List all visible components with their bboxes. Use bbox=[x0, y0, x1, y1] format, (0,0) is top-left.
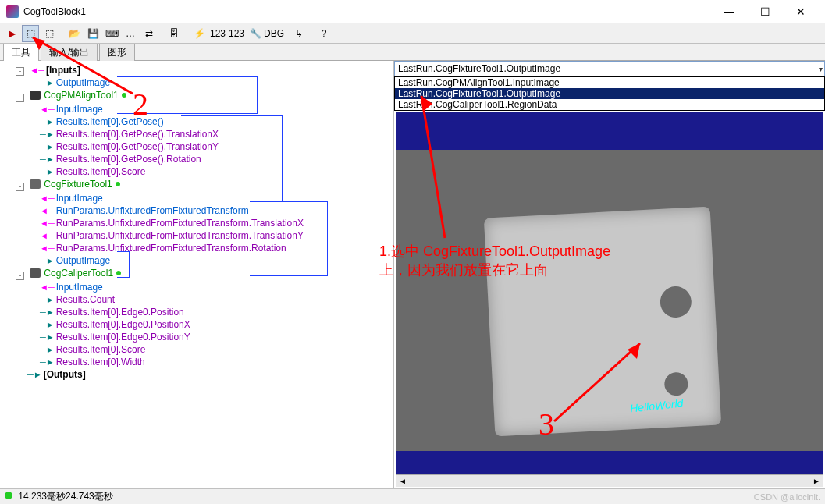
scroll-right-icon[interactable]: ► bbox=[813, 477, 820, 485]
toolbar-btn-6[interactable]: … bbox=[122, 25, 139, 42]
arrow-in-icon: ◄─ bbox=[40, 229, 55, 242]
arrow-out-icon: ─► bbox=[40, 76, 55, 89]
arrow-out-icon: ─► bbox=[40, 306, 55, 318]
tree-inputimage[interactable]: InputImage bbox=[56, 103, 103, 115]
arrow-out-icon: ─► bbox=[40, 153, 55, 165]
tree-resscore[interactable]: Results.Item[0].Score bbox=[56, 343, 146, 356]
combo-option-selected[interactable]: LastRun.CogFixtureTool1.OutputImage bbox=[395, 88, 824, 99]
image-preview-pane: LastRun.CogFixtureTool1.OutputImage ▾ La… bbox=[394, 61, 825, 488]
status-dot-icon bbox=[5, 492, 12, 499]
window-title: CogToolBlock1 bbox=[23, 6, 711, 17]
arrow-out-icon: ─► bbox=[40, 356, 55, 368]
arrow-in-icon: ◄─ bbox=[40, 204, 55, 217]
tree-runparams-tx[interactable]: RunParams.UnfixturedFromFixturedTransfor… bbox=[56, 217, 304, 229]
status-time: 14.233毫秒24.743毫秒 bbox=[18, 491, 112, 502]
tree-outputimage[interactable]: OutputImage bbox=[56, 76, 110, 89]
tree-reswidth[interactable]: Results.Item[0].Width bbox=[56, 356, 145, 368]
arrow-out-icon: ─► bbox=[40, 343, 55, 356]
tree-pmalign[interactable]: CogPMAlignTool1 bbox=[44, 89, 118, 101]
toolbar-btn-7[interactable]: ⇄ bbox=[140, 25, 158, 42]
tree-inputimage3[interactable]: InputImage bbox=[56, 281, 103, 293]
arrow-out-icon: ─► bbox=[40, 115, 55, 128]
tree-score[interactable]: Results.Item[0].Score bbox=[56, 165, 146, 178]
arrow-out-icon: ─► bbox=[40, 254, 55, 267]
window-titlebar: CogToolBlock1 — ☐ ✕ bbox=[0, 0, 825, 23]
tree-rescount[interactable]: Results.Count bbox=[56, 293, 115, 306]
pmalign-icon bbox=[30, 91, 41, 100]
tree-e0posy[interactable]: Results.Item[0].Edge0.PositionY bbox=[56, 331, 190, 343]
tree-e0posx[interactable]: Results.Item[0].Edge0.PositionX bbox=[56, 318, 190, 331]
part-graphic bbox=[484, 207, 721, 437]
toolbar-btn-8[interactable]: 🗄 bbox=[165, 25, 183, 42]
tree-toggle-icon[interactable]: - bbox=[16, 183, 24, 191]
tree-toggle-icon[interactable]: - bbox=[16, 272, 24, 280]
image-source-dropdown[interactable]: LastRun.CogPMAlignTool1.InputImage LastR… bbox=[394, 76, 825, 111]
arrow-out-icon: ─► bbox=[40, 128, 55, 140]
tool-tree-pane[interactable]: - ◄─[Inputs] ─►OutputImage - CogPMAlignT… bbox=[0, 61, 394, 488]
toolbar-btn-11[interactable]: 123 bbox=[228, 25, 245, 42]
image-source-combo[interactable]: LastRun.CogFixtureTool1.OutputImage ▾ bbox=[394, 61, 825, 76]
toolbar-btn-14[interactable]: ↳ bbox=[290, 25, 308, 42]
arrow-in-icon: ◄─ bbox=[40, 281, 55, 293]
arrow-out-icon: ─► bbox=[40, 318, 55, 331]
arrow-in-icon: ◄─ bbox=[40, 103, 55, 115]
arrow-out-icon: ─► bbox=[40, 165, 55, 178]
arrow-in-icon: ◄─ bbox=[40, 242, 55, 254]
horizontal-scrollbar[interactable]: ◄ ► bbox=[396, 474, 823, 487]
tree-getpose-tx[interactable]: Results.Item[0].GetPose().TranslationX bbox=[56, 128, 219, 140]
image-viewer[interactable]: HelloWorld ◄ ► bbox=[396, 112, 823, 487]
arrow-out-icon: ─► bbox=[40, 331, 55, 343]
tab-tools[interactable]: 工具 bbox=[3, 44, 39, 61]
tab-graphics[interactable]: 图形 bbox=[99, 44, 135, 61]
combo-selected-text: LastRun.CogFixtureTool1.OutputImage bbox=[398, 63, 560, 74]
status-dot-icon bbox=[122, 93, 126, 98]
arrow-in-icon: ◄─ bbox=[40, 192, 55, 204]
tabs-row: 工具 输入/输出 图形 bbox=[0, 44, 825, 61]
chevron-down-icon: ▾ bbox=[819, 65, 823, 73]
app-icon bbox=[6, 5, 19, 18]
tree-runparams-rot[interactable]: RunParams.UnfixturedFromFixturedTransfor… bbox=[56, 242, 286, 254]
tree-toggle-icon[interactable]: - bbox=[16, 67, 24, 76]
tree-outputimage2[interactable]: OutputImage bbox=[56, 254, 110, 267]
arrow-in-icon: ◄─ bbox=[40, 217, 55, 229]
help-button[interactable]: ? bbox=[315, 25, 332, 42]
tree-inputimage2[interactable]: InputImage bbox=[56, 192, 103, 204]
tree-runparams[interactable]: RunParams.UnfixturedFromFixturedTransfor… bbox=[56, 204, 249, 217]
tree-toggle-icon[interactable]: - bbox=[16, 94, 24, 102]
caliper-icon bbox=[30, 268, 41, 278]
scroll-left-icon[interactable]: ◄ bbox=[399, 477, 407, 485]
tree-getpose[interactable]: Results.Item[0].GetPose() bbox=[56, 115, 164, 128]
toolbar-btn-13[interactable]: DBG bbox=[265, 25, 283, 42]
status-dot-icon bbox=[116, 271, 121, 275]
tree-caliper[interactable]: CogCaliperTool1 bbox=[44, 267, 113, 279]
toolbar-btn-5[interactable]: ⌨ bbox=[103, 25, 120, 42]
toolbar-btn-12[interactable]: 🔧 bbox=[247, 25, 264, 42]
tree-fixture[interactable]: CogFixtureTool1 bbox=[44, 178, 112, 190]
status-dot-icon bbox=[116, 182, 120, 186]
run-button[interactable]: ▶ bbox=[3, 25, 20, 42]
tree-getpose-rot[interactable]: Results.Item[0].GetPose().Rotation bbox=[56, 153, 201, 165]
status-bar: 14.233毫秒24.743毫秒 CSDN @allocinit. bbox=[0, 488, 825, 504]
tab-io[interactable]: 输入/输出 bbox=[41, 44, 98, 61]
minimize-button[interactable]: — bbox=[711, 0, 747, 23]
image-area: HelloWorld bbox=[396, 150, 823, 451]
toolbar-btn-9[interactable]: ⚡ bbox=[190, 25, 208, 42]
watermark-text: CSDN @allocinit. bbox=[754, 492, 820, 502]
arrow-in-icon: ◄─ bbox=[30, 64, 44, 76]
save-button[interactable]: 💾 bbox=[84, 25, 101, 42]
toolbar-btn-2[interactable]: ⬚ bbox=[41, 25, 58, 42]
combo-option[interactable]: LastRun.CogPMAlignTool1.InputImage bbox=[395, 77, 824, 88]
tree-runparams-ty[interactable]: RunParams.UnfixturedFromFixturedTransfor… bbox=[56, 229, 304, 242]
combo-option[interactable]: LastRun.CogCaliperTool1.RegionData bbox=[395, 99, 824, 110]
maximize-button[interactable]: ☐ bbox=[747, 0, 783, 23]
tree-e0pos[interactable]: Results.Item[0].Edge0.Position bbox=[56, 306, 184, 318]
toolbar-btn-10[interactable]: 123 bbox=[209, 25, 226, 42]
tree-outputs[interactable]: [Outputs] bbox=[44, 368, 86, 381]
arrow-out-icon: ─► bbox=[27, 368, 42, 381]
arrow-out-icon: ─► bbox=[40, 293, 55, 306]
tree-getpose-ty[interactable]: Results.Item[0].GetPose().TranslationY bbox=[56, 140, 219, 153]
close-button[interactable]: ✕ bbox=[783, 0, 819, 23]
tree-inputs[interactable]: [Inputs] bbox=[46, 64, 80, 76]
open-button[interactable]: 📂 bbox=[66, 25, 83, 42]
toolbar-btn-1[interactable]: ⬚ bbox=[22, 25, 39, 42]
